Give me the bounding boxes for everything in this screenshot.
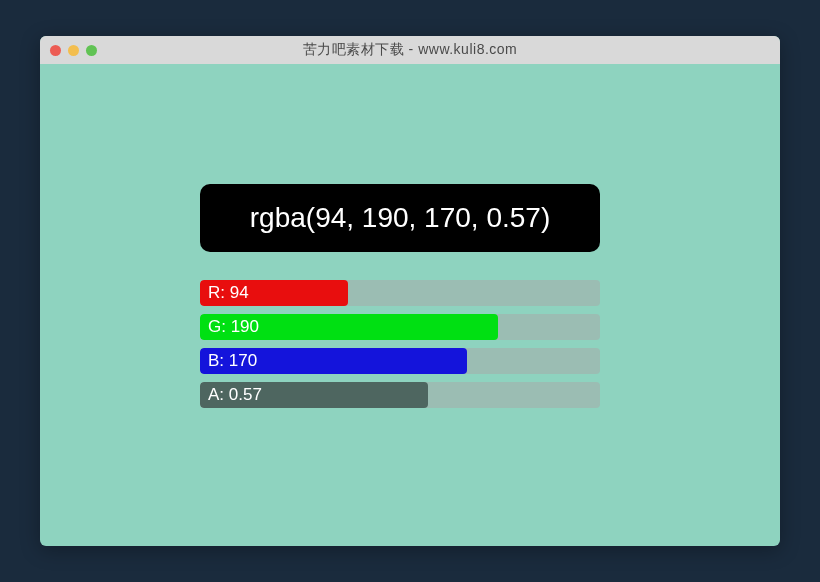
titlebar: 苦力吧素材下载 - www.kuli8.com [40, 36, 780, 64]
slider-green-fill: G: 190 [200, 314, 498, 340]
window-title: 苦力吧素材下载 - www.kuli8.com [40, 41, 780, 59]
slider-blue[interactable]: B: 170 [200, 348, 600, 374]
slider-alpha-label: A: 0.57 [208, 385, 262, 405]
slider-red-fill: R: 94 [200, 280, 348, 306]
slider-green[interactable]: G: 190 [200, 314, 600, 340]
slider-alpha-fill: A: 0.57 [200, 382, 428, 408]
slider-blue-label: B: 170 [208, 351, 257, 371]
slider-alpha[interactable]: A: 0.57 [200, 382, 600, 408]
app-window: 苦力吧素材下载 - www.kuli8.com rgba(94, 190, 17… [40, 36, 780, 546]
rgba-output: rgba(94, 190, 170, 0.57) [200, 184, 600, 252]
slider-red[interactable]: R: 94 [200, 280, 600, 306]
slider-red-label: R: 94 [208, 283, 249, 303]
slider-green-label: G: 190 [208, 317, 259, 337]
slider-blue-fill: B: 170 [200, 348, 467, 374]
content-area: rgba(94, 190, 170, 0.57) R: 94 G: 190 B:… [40, 64, 780, 408]
